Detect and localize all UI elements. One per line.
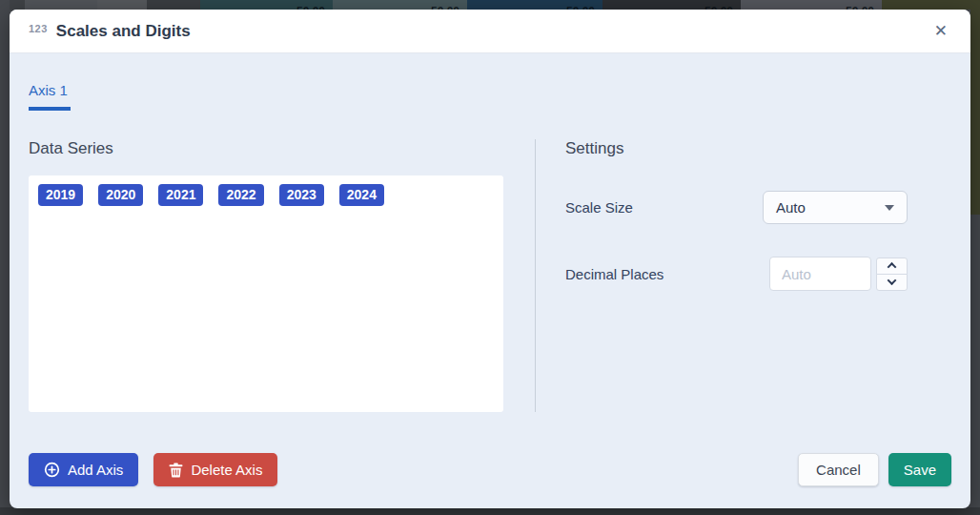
- backdrop-table-cell: [882, 0, 980, 10]
- data-series-section: Data Series 201920202021202220232024: [29, 139, 503, 412]
- data-series-heading: Data Series: [29, 139, 503, 158]
- scale-size-label: Scale Size: [565, 199, 633, 216]
- settings-section: Settings Scale Size Auto Decimal Places: [536, 139, 951, 412]
- scale-size-value: Auto: [776, 199, 806, 216]
- data-series-chip-list: 201920202021202220232024: [38, 184, 494, 206]
- scales-and-digits-dialog: 123 Scales and Digits ✕ Axis 1 Data Seri…: [10, 10, 970, 508]
- dialog-columns: Data Series 201920202021202220232024 Set…: [29, 139, 951, 412]
- backdrop-table-cell: 50.00: [602, 0, 741, 10]
- increment-button[interactable]: [876, 258, 908, 275]
- data-series-chip[interactable]: 2020: [98, 184, 143, 206]
- screen: 50.0050.0050.0050.0050.00 123 Scales and…: [0, 0, 980, 515]
- scale-size-select[interactable]: Auto: [763, 191, 908, 224]
- decimal-places-stepper: [876, 258, 908, 291]
- decimal-places-label: Decimal Places: [565, 266, 664, 282]
- backdrop-table-cell: 50.00: [741, 0, 882, 10]
- backdrop-table-cell: [147, 0, 200, 10]
- backdrop-table-strip: 50.0050.0050.0050.0050.00: [0, 0, 980, 10]
- backdrop-table-cell: [97, 0, 147, 10]
- data-series-chip[interactable]: 2023: [279, 184, 324, 206]
- decimal-places-control: [769, 257, 908, 291]
- trash-icon: [169, 463, 183, 478]
- dialog-body: Axis 1 Data Series 201920202021202220232…: [10, 53, 970, 508]
- backdrop-table-cell: 50.00: [333, 0, 467, 10]
- decimal-places-row: Decimal Places: [565, 257, 908, 291]
- backdrop-right-strip-bottom: [970, 215, 980, 515]
- backdrop-table-cell: 50.00: [467, 0, 602, 10]
- data-series-chip[interactable]: 2024: [339, 184, 384, 206]
- circle-plus-icon: [44, 462, 60, 478]
- chevron-down-icon: [885, 205, 894, 211]
- data-series-chip[interactable]: 2019: [38, 184, 83, 206]
- axis-actions: Add Axis Delete Axis: [29, 453, 277, 486]
- backdrop-table-cell: 50.00: [200, 0, 333, 10]
- dialog-footer: Add Axis Delete Axis: [29, 453, 951, 508]
- scale-size-row: Scale Size Auto: [565, 191, 908, 224]
- backdrop-right-strip-top: [970, 0, 980, 215]
- chevron-up-icon: [888, 262, 897, 272]
- backdrop-left-strip: [0, 0, 10, 515]
- backdrop-bottom-strip: [0, 507, 980, 515]
- backdrop-table-cell: [25, 0, 97, 10]
- dialog-header: 123 Scales and Digits ✕: [10, 10, 970, 53]
- add-axis-button[interactable]: Add Axis: [29, 453, 138, 486]
- settings-heading: Settings: [565, 139, 908, 158]
- delete-axis-button[interactable]: Delete Axis: [153, 453, 277, 486]
- numeric-123-icon: 123: [29, 23, 48, 34]
- data-series-panel: 201920202021202220232024: [29, 175, 503, 412]
- close-icon[interactable]: ✕: [930, 21, 951, 41]
- decimal-places-input[interactable]: [769, 257, 871, 291]
- dialog-actions: Cancel Save: [798, 453, 951, 486]
- decrement-button[interactable]: [876, 274, 908, 291]
- save-button[interactable]: Save: [888, 453, 951, 486]
- dialog-title: Scales and Digits: [56, 22, 930, 41]
- data-series-chip[interactable]: 2022: [218, 184, 263, 206]
- tab-axis-1[interactable]: Axis 1: [29, 82, 71, 111]
- cancel-button[interactable]: Cancel: [798, 453, 879, 486]
- chevron-down-icon: [888, 276, 897, 285]
- axis-tab-bar: Axis 1: [29, 82, 951, 111]
- data-series-chip[interactable]: 2021: [158, 184, 203, 206]
